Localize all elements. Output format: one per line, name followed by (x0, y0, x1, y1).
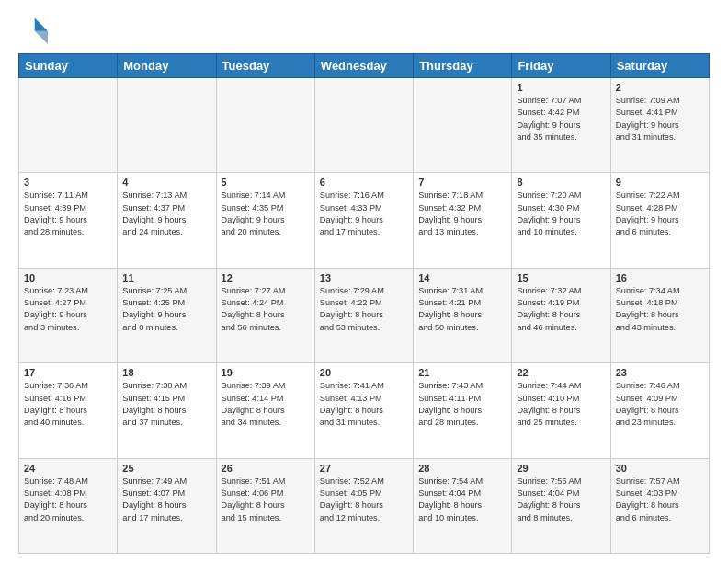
weekday-header-monday: Monday (118, 54, 216, 78)
day-info: Sunrise: 7:31 AM Sunset: 4:21 PM Dayligh… (418, 285, 506, 334)
day-info: Sunrise: 7:51 AM Sunset: 4:06 PM Dayligh… (222, 476, 310, 524)
day-info: Sunrise: 7:57 AM Sunset: 4:03 PM Dayligh… (616, 476, 704, 524)
weekday-header-thursday: Thursday (414, 54, 512, 78)
calendar-cell: 25Sunrise: 7:49 AM Sunset: 4:07 PM Dayli… (118, 458, 216, 553)
day-number: 9 (616, 177, 704, 188)
calendar-cell (414, 78, 512, 173)
day-number: 21 (418, 367, 506, 378)
day-number: 20 (320, 367, 408, 378)
day-info: Sunrise: 7:07 AM Sunset: 4:42 PM Dayligh… (517, 95, 605, 144)
calendar-cell: 24Sunrise: 7:48 AM Sunset: 4:08 PM Dayli… (19, 458, 118, 553)
calendar-cell: 12Sunrise: 7:27 AM Sunset: 4:24 PM Dayli… (216, 268, 314, 362)
calendar-cell: 2Sunrise: 7:09 AM Sunset: 4:41 PM Daylig… (610, 78, 709, 173)
calendar-cell: 5Sunrise: 7:14 AM Sunset: 4:35 PM Daylig… (216, 173, 314, 268)
weekday-header-sunday: Sunday (19, 54, 118, 78)
day-number: 29 (517, 463, 605, 474)
calendar-cell: 28Sunrise: 7:54 AM Sunset: 4:04 PM Dayli… (414, 458, 512, 553)
day-info: Sunrise: 7:32 AM Sunset: 4:19 PM Dayligh… (517, 285, 605, 334)
day-info: Sunrise: 7:14 AM Sunset: 4:35 PM Dayligh… (222, 190, 310, 238)
calendar-cell: 26Sunrise: 7:51 AM Sunset: 4:06 PM Dayli… (216, 458, 314, 553)
day-number: 4 (122, 177, 210, 188)
week-row-3: 17Sunrise: 7:36 AM Sunset: 4:16 PM Dayli… (19, 363, 710, 458)
day-info: Sunrise: 7:11 AM Sunset: 4:39 PM Dayligh… (24, 190, 112, 238)
day-info: Sunrise: 7:09 AM Sunset: 4:41 PM Dayligh… (616, 95, 704, 144)
calendar-cell: 10Sunrise: 7:23 AM Sunset: 4:27 PM Dayli… (19, 268, 118, 362)
calendar-cell: 8Sunrise: 7:20 AM Sunset: 4:30 PM Daylig… (512, 173, 610, 268)
header (18, 15, 710, 44)
weekday-header-friday: Friday (512, 54, 610, 78)
day-number: 12 (222, 272, 310, 283)
day-info: Sunrise: 7:55 AM Sunset: 4:04 PM Dayligh… (517, 476, 605, 524)
day-number: 13 (320, 272, 408, 283)
day-number: 16 (616, 272, 704, 283)
day-info: Sunrise: 7:54 AM Sunset: 4:04 PM Dayligh… (418, 476, 506, 524)
page: SundayMondayTuesdayWednesdayThursdayFrid… (0, 0, 728, 563)
day-number: 28 (418, 463, 506, 474)
weekday-header-wednesday: Wednesday (314, 54, 413, 78)
day-number: 6 (320, 177, 408, 188)
week-row-2: 10Sunrise: 7:23 AM Sunset: 4:27 PM Dayli… (19, 268, 710, 362)
calendar-cell: 4Sunrise: 7:13 AM Sunset: 4:37 PM Daylig… (118, 173, 216, 268)
calendar-cell: 19Sunrise: 7:39 AM Sunset: 4:14 PM Dayli… (216, 363, 314, 458)
day-info: Sunrise: 7:44 AM Sunset: 4:10 PM Dayligh… (517, 380, 605, 429)
calendar-cell: 27Sunrise: 7:52 AM Sunset: 4:05 PM Dayli… (314, 458, 413, 553)
day-info: Sunrise: 7:13 AM Sunset: 4:37 PM Dayligh… (122, 190, 210, 238)
day-info: Sunrise: 7:16 AM Sunset: 4:33 PM Dayligh… (320, 190, 408, 238)
day-info: Sunrise: 7:39 AM Sunset: 4:14 PM Dayligh… (222, 380, 310, 429)
day-number: 17 (24, 367, 112, 378)
day-number: 26 (222, 463, 310, 474)
day-info: Sunrise: 7:38 AM Sunset: 4:15 PM Dayligh… (122, 380, 210, 429)
calendar-cell: 23Sunrise: 7:46 AM Sunset: 4:09 PM Dayli… (610, 363, 709, 458)
calendar-cell: 30Sunrise: 7:57 AM Sunset: 4:03 PM Dayli… (610, 458, 709, 553)
day-number: 5 (222, 177, 310, 188)
day-info: Sunrise: 7:18 AM Sunset: 4:32 PM Dayligh… (418, 190, 506, 238)
calendar-table: SundayMondayTuesdayWednesdayThursdayFrid… (18, 53, 710, 554)
day-info: Sunrise: 7:25 AM Sunset: 4:25 PM Dayligh… (122, 285, 210, 334)
svg-marker-1 (35, 31, 48, 44)
calendar-cell: 9Sunrise: 7:22 AM Sunset: 4:28 PM Daylig… (610, 173, 709, 268)
calendar-cell (314, 78, 413, 173)
calendar-cell: 16Sunrise: 7:34 AM Sunset: 4:18 PM Dayli… (610, 268, 709, 362)
day-info: Sunrise: 7:41 AM Sunset: 4:13 PM Dayligh… (320, 380, 408, 429)
weekday-header-tuesday: Tuesday (216, 54, 314, 78)
calendar-cell: 3Sunrise: 7:11 AM Sunset: 4:39 PM Daylig… (19, 173, 118, 268)
day-info: Sunrise: 7:43 AM Sunset: 4:11 PM Dayligh… (418, 380, 506, 429)
calendar-cell: 13Sunrise: 7:29 AM Sunset: 4:22 PM Dayli… (314, 268, 413, 362)
day-number: 19 (222, 367, 310, 378)
day-number: 30 (616, 463, 704, 474)
day-number: 11 (122, 272, 210, 283)
svg-marker-0 (35, 18, 48, 31)
day-number: 23 (616, 367, 704, 378)
day-info: Sunrise: 7:29 AM Sunset: 4:22 PM Dayligh… (320, 285, 408, 334)
calendar-cell (216, 78, 314, 173)
day-number: 1 (517, 82, 605, 93)
calendar-cell: 17Sunrise: 7:36 AM Sunset: 4:16 PM Dayli… (19, 363, 118, 458)
day-info: Sunrise: 7:23 AM Sunset: 4:27 PM Dayligh… (24, 285, 112, 334)
day-number: 22 (517, 367, 605, 378)
day-number: 18 (122, 367, 210, 378)
day-number: 3 (24, 177, 112, 188)
day-info: Sunrise: 7:46 AM Sunset: 4:09 PM Dayligh… (616, 380, 704, 429)
calendar-cell: 1Sunrise: 7:07 AM Sunset: 4:42 PM Daylig… (512, 78, 610, 173)
day-number: 25 (122, 463, 210, 474)
day-info: Sunrise: 7:48 AM Sunset: 4:08 PM Dayligh… (24, 476, 112, 524)
day-number: 27 (320, 463, 408, 474)
calendar-header-row: SundayMondayTuesdayWednesdayThursdayFrid… (19, 54, 710, 78)
calendar-cell (118, 78, 216, 173)
calendar-cell: 15Sunrise: 7:32 AM Sunset: 4:19 PM Dayli… (512, 268, 610, 362)
calendar-cell: 29Sunrise: 7:55 AM Sunset: 4:04 PM Dayli… (512, 458, 610, 553)
day-number: 7 (418, 177, 506, 188)
calendar-cell: 20Sunrise: 7:41 AM Sunset: 4:13 PM Dayli… (314, 363, 413, 458)
logo (18, 15, 51, 44)
calendar-cell: 6Sunrise: 7:16 AM Sunset: 4:33 PM Daylig… (314, 173, 413, 268)
calendar-cell: 18Sunrise: 7:38 AM Sunset: 4:15 PM Dayli… (118, 363, 216, 458)
day-info: Sunrise: 7:49 AM Sunset: 4:07 PM Dayligh… (122, 476, 210, 524)
day-info: Sunrise: 7:52 AM Sunset: 4:05 PM Dayligh… (320, 476, 408, 524)
calendar-cell (19, 78, 118, 173)
day-number: 24 (24, 463, 112, 474)
calendar-cell: 14Sunrise: 7:31 AM Sunset: 4:21 PM Dayli… (414, 268, 512, 362)
logo-icon (18, 15, 48, 44)
day-info: Sunrise: 7:20 AM Sunset: 4:30 PM Dayligh… (517, 190, 605, 238)
day-info: Sunrise: 7:36 AM Sunset: 4:16 PM Dayligh… (24, 380, 112, 429)
day-number: 14 (418, 272, 506, 283)
